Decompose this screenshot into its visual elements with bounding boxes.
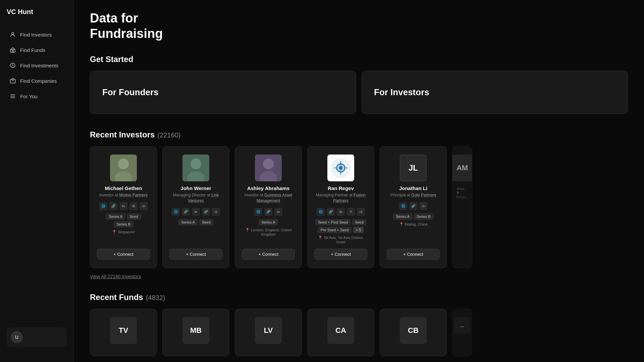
svg-point-17: [263, 159, 274, 169]
svg-point-21: [339, 166, 342, 170]
svg-point-14: [191, 159, 201, 169]
tag-seed: Seed: [199, 219, 213, 225]
sidebar-item-find-companies[interactable]: Find Companies: [3, 73, 71, 88]
linkedin-icon[interactable]: in: [274, 208, 282, 216]
investor-role-ran-regev: Managing Partner at Fusion Partners: [314, 192, 367, 204]
company-link-modus[interactable]: Modus Partners: [119, 193, 148, 197]
crunchbase-icon[interactable]: cb: [419, 202, 427, 210]
crunchbase-icon[interactable]: cb: [212, 208, 220, 216]
extra-icon[interactable]: 🔗: [202, 208, 210, 216]
website-icon[interactable]: 🌐: [317, 208, 325, 216]
link-icon[interactable]: 🔗: [409, 202, 417, 210]
investor-avatar-john-werner: [182, 155, 209, 181]
user-profile-widget[interactable]: U: [7, 327, 67, 347]
investors-section-title: Recent Investors: [90, 130, 155, 139]
view-all-label: View All 22160 Investors: [90, 274, 141, 279]
investor-card-john-werner: John Werner Managing Director at Link Ve…: [162, 146, 229, 268]
link-icon[interactable]: 🔗: [109, 202, 117, 210]
company-link-fusion[interactable]: Fusion Partners: [333, 193, 366, 203]
investor-name-ran-regev: Ran Regev: [328, 185, 354, 191]
sidebar-item-find-funds[interactable]: Find Funds: [3, 43, 71, 57]
crunchbase-icon[interactable]: cb: [357, 208, 365, 216]
sidebar-label-for-you: For You: [20, 94, 38, 99]
get-started-section: Get Started For Founders For Investors: [90, 55, 628, 114]
investor-avatar-ashley-abrahams: [255, 155, 282, 181]
fund-card-ca[interactable]: CA: [307, 309, 374, 356]
investor-name-john-werner: John Werner: [180, 185, 211, 191]
investor-avatar-partial: AM: [452, 155, 472, 181]
for-founders-card[interactable]: For Founders: [90, 71, 356, 114]
get-started-grid: For Founders For Investors: [90, 71, 628, 114]
fund-card-mb[interactable]: MB: [162, 309, 229, 356]
tag-series-a: Series A: [178, 219, 198, 225]
website-icon[interactable]: 🌐: [99, 202, 107, 210]
investor-name-michael-gethen: Michael Gethen: [105, 185, 142, 191]
sidebar-item-find-investors[interactable]: Find Investors: [3, 27, 71, 42]
page-title: Data forFundraising: [90, 11, 628, 41]
tag-series-b: Series B: [414, 214, 433, 220]
connect-button-john-werner[interactable]: + Connect: [169, 249, 222, 260]
connect-button-ran-regev[interactable]: + Connect: [314, 249, 367, 260]
tag-seed-post: Seed + Post Seed: [315, 219, 351, 225]
sidebar-label-find-investments: Find Investments: [20, 63, 58, 68]
location-ashley-abrahams: 📍 London, England, United Kingdom: [242, 228, 295, 236]
website-icon[interactable]: 🌐: [172, 208, 180, 216]
linkedin-icon[interactable]: in: [119, 202, 127, 210]
sidebar-item-for-you[interactable]: For You: [3, 89, 71, 104]
website-icon[interactable]: 🌐: [254, 208, 262, 216]
for-founders-label: For Founders: [102, 87, 159, 97]
connect-button-ashley-abrahams[interactable]: + Connect: [242, 249, 295, 260]
partial-label: Ame...: [457, 187, 468, 191]
company-link-link-ventures[interactable]: Link Ventures: [188, 193, 219, 203]
link-icon[interactable]: 🔗: [264, 208, 272, 216]
fund-card-cb[interactable]: CB: [380, 309, 447, 356]
social-icons-michael-gethen: 🌐 🔗 in ⊞ cb: [99, 202, 148, 210]
linkedin-icon[interactable]: in: [337, 208, 345, 216]
extra-icon[interactable]: ⊞: [129, 202, 138, 210]
tag-seed: Seed: [352, 219, 366, 225]
link-icon[interactable]: 🔗: [327, 208, 335, 216]
find-companies-icon: [9, 77, 16, 84]
funds-section-header: Recent Funds (4832): [90, 293, 628, 302]
twitter-icon[interactable]: ✕: [347, 208, 355, 216]
investor-card-partial: AM Ame... 📍 Banga...: [452, 146, 472, 268]
recent-funds-section: Recent Funds (4832) TV MB LV CA CB ...: [90, 293, 628, 356]
crunchbase-icon[interactable]: cb: [140, 202, 148, 210]
company-link-gobi[interactable]: Gobi Partners: [411, 193, 436, 197]
sidebar-item-find-investments[interactable]: Find Investments: [3, 58, 71, 73]
linkedin-icon[interactable]: in: [192, 208, 200, 216]
tag-pre-seed: Pre Seed + Seed: [318, 227, 352, 233]
get-started-title: Get Started: [90, 55, 628, 64]
fund-logo-mb: MB: [182, 317, 209, 344]
company-link-guinness[interactable]: Guinness Asset Management: [257, 193, 292, 203]
social-icons-ashley-abrahams: 🌐 🔗 in: [254, 208, 282, 216]
investor-card-michael-gethen: Michael Gethen Investor at Modus Partner…: [90, 146, 157, 268]
svg-rect-1: [10, 50, 15, 52]
fund-card-lv[interactable]: LV: [235, 309, 302, 356]
fund-card-partial: ...: [452, 309, 472, 356]
view-all-investors-link[interactable]: View All 22160 Investors: [90, 274, 141, 279]
tag-seed: Seed: [127, 214, 141, 220]
investor-avatar-michael-gethen: [110, 155, 137, 181]
for-investors-card[interactable]: For Investors: [362, 71, 628, 114]
for-investors-label: For Investors: [374, 87, 429, 97]
investor-name-ashley-abrahams: Ashley Abrahams: [247, 185, 289, 191]
sidebar-label-find-investors: Find Investors: [20, 32, 52, 38]
fund-card-tv[interactable]: TV: [90, 309, 157, 356]
social-icons-john-werner: 🌐 🔗 in 🔗 cb: [172, 208, 220, 216]
sidebar-bottom: U: [0, 320, 73, 354]
tag-extra: + 5: [353, 227, 364, 233]
sidebar-label-find-funds: Find Funds: [20, 47, 45, 53]
fund-logo-partial: ...: [454, 317, 471, 334]
link-icon[interactable]: 🔗: [182, 208, 190, 216]
investor-role-ashley-abrahams: Investor at Guinness Asset Management: [242, 192, 295, 204]
connect-button-michael-gethen[interactable]: + Connect: [97, 249, 150, 260]
investor-name-jonathan-li: Jonathan Li: [399, 185, 427, 191]
website-icon[interactable]: 🌐: [399, 202, 407, 210]
connect-button-jonathan-li[interactable]: + Connect: [387, 249, 440, 260]
tags-ran-regev: Seed + Post Seed Seed Pre Seed + Seed + …: [314, 219, 367, 233]
recent-investors-section: Recent Investors (22160) Michael Gethen …: [90, 130, 628, 293]
find-investments-icon: [9, 62, 16, 69]
funds-section-title: Recent Funds: [90, 293, 143, 302]
tag-series-a: Series A: [106, 214, 125, 220]
